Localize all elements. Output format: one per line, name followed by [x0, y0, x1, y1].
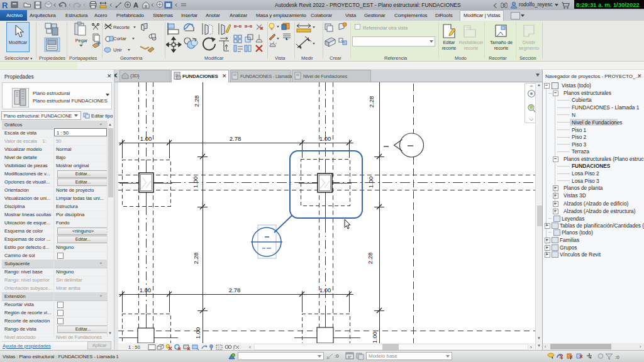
svg-text:1.00: 1.00 [194, 327, 201, 339]
svg-text:2.28: 2.28 [193, 96, 200, 107]
svg-text:1.00: 1.00 [367, 177, 374, 189]
svg-text:1.00: 1.00 [371, 332, 378, 343]
svg-text:1.00: 1.00 [192, 177, 199, 189]
svg-text:1.00: 1.00 [319, 135, 331, 142]
svg-text:1.00: 1.00 [319, 287, 331, 293]
svg-text:A: A [133, 1, 138, 9]
svg-text:2.78: 2.78 [230, 135, 242, 142]
svg-text:2.78: 2.78 [229, 287, 241, 293]
svg-text:R: R [2, 1, 8, 10]
svg-text:1.00: 1.00 [140, 135, 152, 142]
svg-text:2.28: 2.28 [192, 253, 199, 265]
svg-text:2.28: 2.28 [367, 253, 374, 265]
svg-text::0: :0 [615, 354, 619, 360]
svg-text:2.28: 2.28 [368, 96, 375, 108]
svg-text:1.00: 1.00 [140, 287, 152, 293]
